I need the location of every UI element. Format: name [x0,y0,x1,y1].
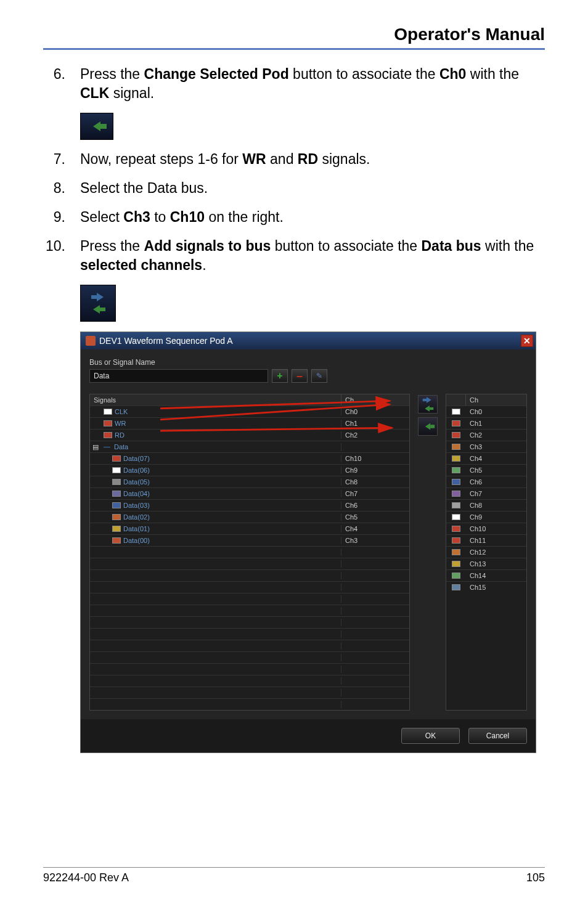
channel-row[interactable]: Ch0 [446,406,526,417]
step-text: Now, repeat steps 1-6 for WR and RD sign… [80,150,545,169]
page-footer: 922244-00 Rev A 105 [43,867,545,884]
footer-left: 922244-00 Rev A [43,871,129,884]
edit-bus-button[interactable]: ✎ [311,369,327,383]
step-text: Select Ch3 to Ch10 on the right. [80,208,545,227]
step-7: 7. Now, repeat steps 1-6 for WR and RD s… [43,150,545,169]
dialog-title: DEV1 Waveform Sequencer Pod A [99,336,233,346]
channel-row[interactable]: Ch14 [446,569,526,581]
ok-button[interactable]: OK [401,728,460,744]
step-text: Press the Change Selected Pod button to … [80,65,545,103]
waveform-sequencer-dialog: DEV1 Waveform Sequencer Pod A ✕ Bus or S… [80,332,536,753]
signal-row[interactable]: Data(05)Ch8 [90,476,409,487]
empty-row [90,663,409,675]
remove-bus-button[interactable]: – [292,369,308,383]
channel-row[interactable]: Ch13 [446,558,526,569]
empty-row [90,628,409,640]
channel-row[interactable]: Ch11 [446,534,526,546]
signal-row[interactable]: Data(03)Ch6 [90,499,409,511]
empty-row [90,698,409,710]
empty-row [90,640,409,651]
empty-row [90,675,409,687]
empty-row [90,558,409,569]
channel-row[interactable]: Ch10 [446,523,526,534]
signals-header: Signals [90,394,341,406]
empty-row [90,687,409,698]
footer-right: 105 [526,871,545,884]
channel-row[interactable]: Ch4 [446,452,526,464]
ch-header: Ch [341,394,409,406]
signal-row[interactable]: CLKCh0 [90,406,409,417]
signal-row[interactable]: Data(07)Ch10 [90,452,409,464]
channels-table[interactable]: Ch Ch0Ch1Ch2Ch3Ch4Ch5Ch6Ch7Ch8Ch9Ch10Ch1… [446,394,527,711]
channel-row[interactable]: Ch15 [446,581,526,593]
dialog-titlebar: DEV1 Waveform Sequencer Pod A ✕ [81,332,536,349]
empty-row [90,605,409,616]
step-number: 6. [43,65,80,103]
signal-row[interactable]: Data(01)Ch4 [90,523,409,534]
empty-row [90,616,409,628]
step-8: 8. Select the Data bus. [43,179,545,198]
channel-row[interactable]: Ch6 [446,476,526,487]
signal-row[interactable]: Data(06)Ch9 [90,464,409,476]
cancel-button[interactable]: Cancel [468,728,527,744]
bus-name-label: Bus or Signal Name [89,358,527,367]
signal-row[interactable]: RDCh2 [90,429,409,441]
channel-row[interactable]: Ch8 [446,499,526,511]
step-text: Select the Data bus. [80,179,545,198]
swatch-header [446,394,466,406]
close-button[interactable]: ✕ [521,335,533,347]
bus-name-input[interactable] [89,369,268,383]
empty-row [90,593,409,605]
signal-row[interactable]: WRCh1 [90,417,409,429]
empty-row [90,651,409,663]
change-selected-pod-button[interactable] [418,417,438,436]
empty-row [90,569,409,581]
ch-header: Ch [466,394,526,406]
signal-row[interactable]: ▤—Data [90,441,409,452]
signal-row[interactable]: Data(00)Ch3 [90,534,409,546]
signal-row[interactable]: Data(02)Ch5 [90,511,409,523]
channel-row[interactable]: Ch7 [446,487,526,499]
step-number: 8. [43,179,80,198]
add-bus-button[interactable]: + [272,369,288,383]
channel-row[interactable]: Ch2 [446,429,526,441]
step-number: 10. [43,237,80,275]
channel-row[interactable]: Ch5 [446,464,526,476]
step-number: 9. [43,208,80,227]
add-signals-button-image [80,285,116,322]
channel-row[interactable]: Ch1 [446,417,526,429]
step-6: 6. Press the Change Selected Pod button … [43,65,545,103]
empty-row [90,546,409,558]
app-icon [86,336,96,346]
step-10: 10. Press the Add signals to bus button … [43,237,545,275]
channel-row[interactable]: Ch3 [446,441,526,452]
channel-row[interactable]: Ch9 [446,511,526,523]
signal-row[interactable]: Data(04)Ch7 [90,487,409,499]
add-signals-to-bus-button[interactable] [418,395,438,414]
empty-row [90,581,409,593]
step-number: 7. [43,150,80,169]
channel-row[interactable]: Ch12 [446,546,526,558]
page-header: Operator's Manual [43,25,545,50]
step-9: 9. Select Ch3 to Ch10 on the right. [43,208,545,227]
signals-table[interactable]: Signals Ch CLKCh0WRCh1RDCh2▤—DataData(07… [89,394,410,711]
change-pod-button-image [80,113,113,140]
step-text: Press the Add signals to bus button to a… [80,237,545,275]
